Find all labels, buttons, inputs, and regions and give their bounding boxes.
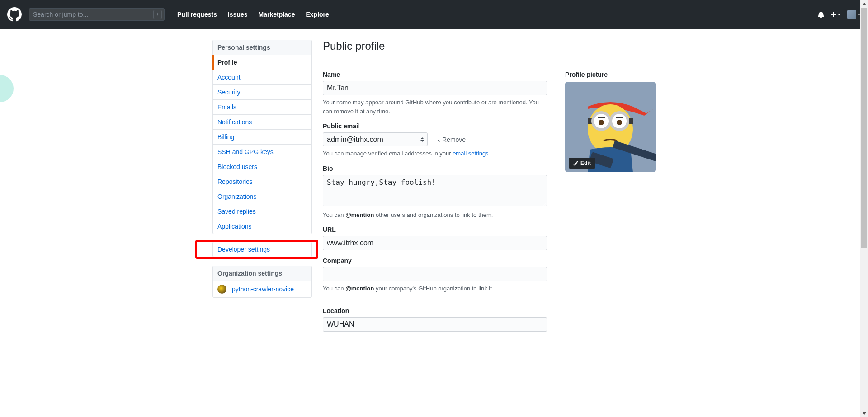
main-content: Public profile Name Your name may appear… [323, 40, 656, 338]
profile-layout: Name Your name may appear around GitHub … [323, 71, 656, 338]
edit-picture-button[interactable]: Edit [569, 158, 595, 169]
pencil-icon [573, 160, 579, 166]
header-nav: Pull requests Issues Marketplace Explore [172, 11, 335, 18]
section-divider [323, 300, 547, 300]
location-input[interactable] [323, 317, 547, 332]
picture-column: Profile picture [565, 71, 656, 338]
page-container: Personal settings Profile Account Securi… [205, 40, 663, 338]
bio-note: You can @mention other users and organiz… [323, 211, 547, 220]
organization-settings-heading: Organization settings [213, 266, 311, 281]
personal-settings-menu: Personal settings Profile Account Securi… [212, 40, 312, 234]
name-input[interactable] [323, 81, 547, 95]
url-input[interactable] [323, 236, 547, 250]
sidebar-org-item[interactable]: python-crawler-novice [213, 281, 311, 297]
bio-label: Bio [323, 165, 547, 172]
email-settings-link[interactable]: email settings [453, 150, 488, 157]
sidebar-item-organizations[interactable]: Organizations [213, 189, 311, 204]
remove-email-button[interactable]: Remove [435, 136, 466, 143]
avatar [847, 10, 856, 19]
sidebar-item-account[interactable]: Account [213, 70, 311, 85]
notifications-icon[interactable] [817, 11, 825, 18]
sidebar-item-notifications[interactable]: Notifications [213, 115, 311, 130]
svg-rect-6 [598, 117, 605, 118]
bio-textarea[interactable]: Stay hungry,Stay foolish! [323, 175, 547, 206]
company-group: Company You can @mention your company's … [323, 257, 547, 293]
scroll-thumb[interactable] [861, 8, 867, 248]
header-right [817, 10, 861, 19]
scroll-up-arrow[interactable] [860, 0, 868, 8]
app-header: / Pull requests Issues Marketplace Explo… [0, 0, 868, 29]
picture-label: Profile picture [565, 71, 656, 78]
page-title: Public profile [323, 40, 385, 52]
company-note: You can @mention your company's GitHub o… [323, 284, 547, 293]
personal-settings-heading: Personal settings [213, 40, 311, 55]
svg-point-5 [599, 120, 604, 125]
sidebar-item-blocked-users[interactable]: Blocked users [213, 159, 311, 174]
nav-explore[interactable]: Explore [300, 11, 334, 18]
sidebar-item-emails[interactable]: Emails [213, 100, 311, 115]
email-note: You can manage verified email addresses … [323, 149, 547, 158]
location-label: Location [323, 307, 547, 314]
x-icon [435, 136, 440, 143]
caret-down-icon [837, 14, 841, 15]
developer-settings-menu: Developer settings [212, 242, 312, 257]
org-avatar [217, 285, 226, 294]
email-group: Public email admin@itrhx.com Remove [323, 122, 547, 158]
sidebar-item-applications[interactable]: Applications [213, 219, 311, 234]
sidebar-item-repositories[interactable]: Repositories [213, 174, 311, 189]
edit-label: Edit [580, 160, 591, 166]
email-label: Public email [323, 122, 547, 130]
nav-marketplace[interactable]: Marketplace [253, 11, 301, 18]
sidebar-org-label: python-crawler-novice [232, 286, 294, 293]
remove-email-label: Remove [442, 136, 466, 143]
nav-issues[interactable]: Issues [222, 11, 253, 18]
highlight-annotation: Developer settings [195, 240, 318, 259]
name-note: Your name may appear around GitHub where… [323, 98, 547, 116]
name-label: Name [323, 71, 547, 78]
company-input[interactable] [323, 267, 547, 281]
sidebar-item-billing[interactable]: Billing [213, 130, 311, 145]
github-logo[interactable] [7, 7, 22, 22]
url-label: URL [323, 226, 547, 233]
decorative-blob [0, 75, 14, 102]
subhead: Public profile [323, 40, 656, 60]
plus-icon [831, 11, 836, 18]
profile-picture: Edit [565, 82, 656, 172]
email-select[interactable]: admin@itrhx.com [323, 132, 428, 146]
sidebar-item-ssh-gpg-keys[interactable]: SSH and GPG keys [213, 145, 311, 159]
sidebar-item-developer-settings[interactable]: Developer settings [213, 242, 311, 257]
user-menu[interactable] [847, 10, 861, 19]
company-label: Company [323, 257, 547, 264]
create-new-menu[interactable] [831, 11, 841, 18]
sidebar-item-security[interactable]: Security [213, 85, 311, 100]
sidebar: Personal settings Profile Account Securi… [212, 40, 312, 338]
scrollbar[interactable] [860, 0, 868, 338]
sidebar-item-saved-replies[interactable]: Saved replies [213, 204, 311, 219]
sidebar-item-profile[interactable]: Profile [213, 55, 311, 70]
search-container: / [29, 8, 165, 21]
form-column: Name Your name may appear around GitHub … [323, 71, 547, 338]
scroll-track[interactable] [860, 8, 868, 338]
nav-pull-requests[interactable]: Pull requests [172, 11, 222, 18]
svg-rect-10 [616, 117, 623, 118]
svg-point-9 [617, 120, 622, 125]
location-group: Location [323, 307, 547, 332]
organization-settings-menu: Organization settings python-crawler-nov… [212, 266, 312, 298]
search-slash-key: / [153, 10, 162, 19]
email-select-wrap: admin@itrhx.com [323, 132, 428, 146]
email-row: admin@itrhx.com Remove [323, 132, 547, 146]
url-group: URL [323, 226, 547, 250]
search-input[interactable] [29, 8, 165, 21]
bio-group: Bio Stay hungry,Stay foolish! You can @m… [323, 165, 547, 220]
name-group: Name Your name may appear around GitHub … [323, 71, 547, 116]
